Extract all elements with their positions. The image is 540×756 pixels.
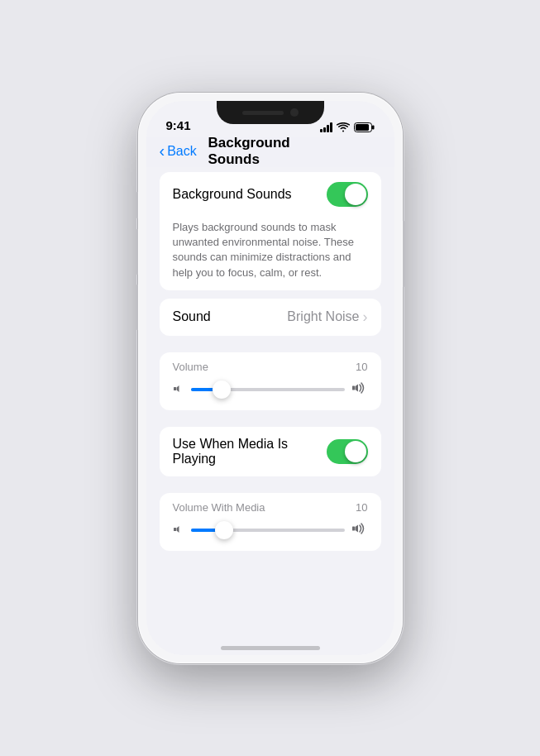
volume-card: Volume 10 (160, 352, 381, 410)
background-sounds-toggle[interactable] (327, 182, 368, 207)
sound-label: Sound (173, 309, 211, 324)
battery-icon (354, 122, 375, 132)
back-chevron-icon: ‹ (160, 141, 165, 160)
volume-media-low-icon (173, 524, 184, 538)
background-sounds-label: Background Sounds (173, 187, 292, 202)
svg-rect-3 (174, 387, 176, 390)
spacer-3 (160, 485, 381, 493)
volume-media-high-icon (351, 522, 368, 539)
svg-rect-2 (356, 124, 369, 131)
background-sounds-card: Background Sounds Plays background sound… (160, 172, 381, 290)
svg-rect-6 (352, 526, 355, 530)
media-playing-card: Use When Media Is Playing (160, 427, 381, 476)
volume-high-icon (351, 381, 368, 399)
wifi-icon (337, 122, 350, 132)
volume-media-section: Volume With Media 10 (160, 493, 381, 551)
volume-slider[interactable] (191, 388, 345, 391)
svg-rect-4 (352, 385, 355, 390)
media-toggle-knob (345, 441, 366, 462)
speaker (242, 111, 284, 115)
screen-content: 9:41 (146, 101, 394, 655)
sound-current-value: Bright Noise (287, 309, 359, 324)
volume-up-button[interactable] (136, 229, 138, 275)
front-camera (290, 108, 299, 117)
svg-rect-5 (174, 528, 176, 531)
volume-value: 10 (356, 361, 367, 373)
status-icons (320, 122, 375, 132)
media-slider-thumb[interactable] (215, 521, 233, 539)
signal-bars-icon (320, 122, 332, 132)
media-playing-toggle[interactable] (327, 439, 368, 464)
status-time: 9:41 (166, 118, 191, 132)
spacer-1 (160, 344, 381, 352)
phone-screen: 9:41 (146, 101, 394, 655)
volume-header: Volume 10 (173, 361, 368, 373)
sound-card: Sound Bright Noise › (160, 299, 381, 336)
media-playing-label: Use When Media Is Playing (173, 437, 327, 467)
sound-chevron-icon: › (363, 309, 368, 326)
toggle-knob (345, 184, 366, 205)
mute-button[interactable] (136, 192, 138, 218)
volume-media-header: Volume With Media 10 (173, 501, 368, 514)
volume-media-label: Volume With Media (173, 501, 265, 514)
back-label: Back (167, 144, 197, 159)
volume-media-slider[interactable] (191, 529, 345, 532)
main-content: Background Sounds Plays background sound… (146, 167, 394, 655)
spacer-2 (160, 419, 381, 427)
notch (217, 101, 324, 124)
power-button[interactable] (403, 221, 405, 287)
sound-value: Bright Noise › (287, 309, 367, 326)
sound-row[interactable]: Sound Bright Noise › (160, 299, 381, 336)
slider-thumb[interactable] (213, 380, 231, 399)
volume-media-slider-row (173, 522, 368, 539)
volume-media-card: Volume With Media 10 (160, 493, 381, 551)
svg-rect-1 (372, 126, 375, 130)
background-sounds-row: Background Sounds (160, 172, 381, 217)
home-indicator[interactable] (221, 646, 320, 650)
background-sounds-description: Plays background sounds to mask unwanted… (160, 217, 381, 290)
media-playing-row: Use When Media Is Playing (160, 427, 381, 476)
phone-frame: 9:41 (138, 93, 403, 663)
volume-section: Volume 10 (160, 352, 381, 410)
nav-bar: ‹ Back Background Sounds (146, 137, 394, 167)
volume-label: Volume (173, 361, 208, 373)
volume-low-icon (173, 383, 184, 397)
back-button[interactable]: ‹ Back (160, 142, 197, 160)
volume-down-button[interactable] (136, 285, 138, 330)
volume-slider-row (173, 381, 368, 399)
page-title: Background Sounds (208, 135, 332, 168)
volume-media-value: 10 (356, 501, 367, 514)
